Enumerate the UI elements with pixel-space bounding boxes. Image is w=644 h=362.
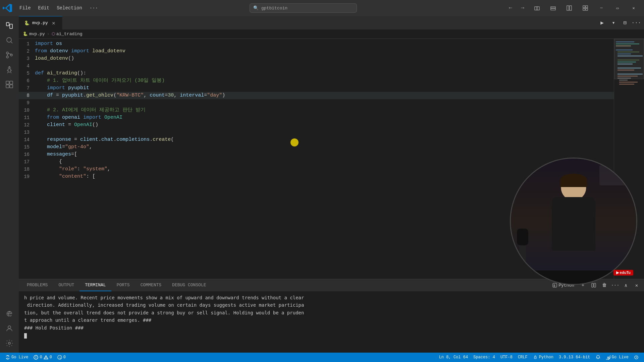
- error-icon: [34, 355, 38, 360]
- svg-rect-41: [619, 84, 634, 84]
- status-go-live: Go Live: [11, 355, 28, 360]
- svg-point-54: [607, 357, 609, 358]
- menu-more[interactable]: ···: [86, 4, 101, 12]
- panel-tab-ports[interactable]: PORTS: [111, 279, 135, 291]
- status-settings-sync[interactable]: [631, 355, 641, 360]
- status-python-version[interactable]: 3.9.13 64-bit: [556, 355, 593, 360]
- editor-actions: ▶ ▾ ⊟ ···: [597, 16, 644, 29]
- svg-rect-40: [619, 82, 638, 82]
- mic-stand: [519, 244, 526, 277]
- panel-tab-output[interactable]: OUTPUT: [53, 279, 79, 291]
- code-line: 6 # 1. 업비트 차트 데이터 가져오기 (30일 일봉): [19, 77, 614, 84]
- activity-settings[interactable]: [3, 337, 16, 350]
- tab-close-btn[interactable]: ✕: [51, 20, 57, 26]
- svg-rect-20: [6, 85, 9, 88]
- menu-edit[interactable]: Edit: [35, 4, 53, 12]
- status-no-problems[interactable]: i 0: [55, 355, 68, 360]
- broadcast-icon: [606, 355, 610, 360]
- svg-rect-1: [537, 7, 539, 10]
- youtube-badge: ▶ eduTu: [613, 270, 633, 276]
- activity-account[interactable]: [3, 322, 16, 335]
- svg-rect-11: [10, 24, 12, 28]
- sync-icon: [634, 355, 639, 360]
- layout-btn3[interactable]: [561, 2, 577, 14]
- svg-rect-19: [10, 81, 13, 84]
- code-line: 5 def ai_trading():: [19, 70, 614, 77]
- code-line-active: 8 df = pyupbit.get_ohlcv("KRW-BTC", coun…: [19, 92, 614, 99]
- nav-back[interactable]: ←: [505, 3, 516, 13]
- split-editor[interactable]: ⊟: [620, 18, 630, 28]
- status-left: Go Live: [3, 355, 31, 360]
- code-line: 1 import os: [19, 40, 614, 48]
- svg-rect-2: [551, 7, 555, 8]
- search-text: gptbitcoin: [261, 6, 287, 11]
- panel-tab-problems[interactable]: PROBLEMS: [21, 279, 53, 291]
- status-spaces[interactable]: Spaces: 4: [471, 355, 498, 360]
- cursor-dot: [290, 138, 299, 146]
- status-remote-btn[interactable]: Go Live: [3, 355, 31, 360]
- status-errors[interactable]: 0 0: [31, 355, 54, 360]
- notification-icon: [596, 355, 600, 360]
- status-line-ending[interactable]: CRLF: [515, 355, 530, 360]
- tab-mvp-py[interactable]: 🐍 mvp.py ✕: [19, 16, 62, 29]
- menu-file[interactable]: File: [16, 4, 34, 12]
- svg-text:$: $: [553, 284, 555, 288]
- svg-rect-4: [567, 6, 569, 10]
- run-dropdown[interactable]: ▾: [608, 18, 619, 28]
- layout-btn2[interactable]: [545, 2, 561, 14]
- breadcrumb-file[interactable]: 🐍 mvp.py: [23, 32, 45, 37]
- status-right: Ln 8, Col 64 Spaces: 4 UTF-8 CRLF Python…: [436, 355, 641, 360]
- code-line: 3 load_dotenv(): [19, 55, 614, 62]
- breadcrumb-symbol[interactable]: ⬡ ai_trading: [52, 32, 83, 37]
- svg-rect-3: [551, 8, 555, 10]
- search-bar[interactable]: 🔍 gptbitcoin: [250, 3, 357, 13]
- svg-rect-0: [535, 7, 537, 10]
- status-go-live-btn[interactable]: Go Live: [603, 355, 631, 360]
- svg-rect-39: [619, 80, 628, 80]
- menu-selection[interactable]: Selection: [53, 4, 86, 12]
- svg-rect-8: [583, 8, 585, 10]
- background-screen: [599, 165, 633, 185]
- activity-explorer[interactable]: [3, 19, 16, 32]
- svg-point-15: [6, 56, 8, 58]
- webcam-overlay: [510, 158, 637, 285]
- status-encoding[interactable]: UTF-8: [498, 355, 515, 360]
- code-line: 9: [19, 99, 614, 107]
- restore-btn[interactable]: ▭: [610, 2, 625, 14]
- remote-icon: [5, 355, 10, 360]
- status-position[interactable]: Ln 8, Col 64: [436, 355, 471, 360]
- minimize-btn[interactable]: ─: [594, 2, 609, 14]
- terminal-content[interactable]: h price and volume. Recent price movemen…: [19, 291, 644, 353]
- search-icon: 🔍: [253, 5, 259, 11]
- status-bar: Go Live 0 0 i 0 Ln 8, Col 64 Spaces: 4 U…: [0, 353, 644, 362]
- activity-run-debug[interactable]: [3, 63, 16, 76]
- nav-forward[interactable]: →: [517, 3, 528, 13]
- code-line: 14 response = client.chat.completions.cr…: [19, 136, 614, 143]
- layout-btn1[interactable]: [529, 2, 545, 14]
- tab-label: mvp.py: [32, 20, 48, 25]
- editor-more[interactable]: ···: [631, 18, 641, 28]
- svg-point-12: [7, 38, 11, 42]
- code-line: 16 messages=[: [19, 151, 614, 158]
- code-line: 7 import pyupbit: [19, 84, 614, 92]
- code-line: 10 # 2. AI에게 데이터 제공하고 판단 받기: [19, 107, 614, 114]
- window-controls: ─ ▭ ✕: [529, 2, 641, 14]
- code-line: 12 client = OpenAI(): [19, 121, 614, 129]
- code-line: 15 model="gpt-4o",: [19, 143, 614, 151]
- activity-remote[interactable]: [3, 307, 16, 320]
- svg-text:i: i: [59, 356, 61, 360]
- run-button[interactable]: ▶: [597, 18, 607, 28]
- panel-tab-terminal[interactable]: TERMINAL: [79, 279, 111, 291]
- close-btn[interactable]: ✕: [626, 2, 641, 14]
- terminal-text: h price and volume. Recent price movemen…: [24, 294, 639, 331]
- panel-tab-comments[interactable]: COMMENTS: [135, 279, 167, 291]
- svg-rect-6: [583, 6, 585, 8]
- activity-source-control[interactable]: [3, 48, 16, 62]
- code-line: 2 from dotenv import load_dotenv: [19, 48, 614, 55]
- panel-tab-debug-console[interactable]: DEBUG CONSOLE: [167, 279, 211, 291]
- layout-btn4[interactable]: [578, 2, 593, 14]
- activity-extensions[interactable]: [3, 78, 16, 91]
- status-language-mode[interactable]: Python: [530, 355, 556, 360]
- status-notification[interactable]: [593, 355, 603, 360]
- activity-search[interactable]: [3, 34, 16, 47]
